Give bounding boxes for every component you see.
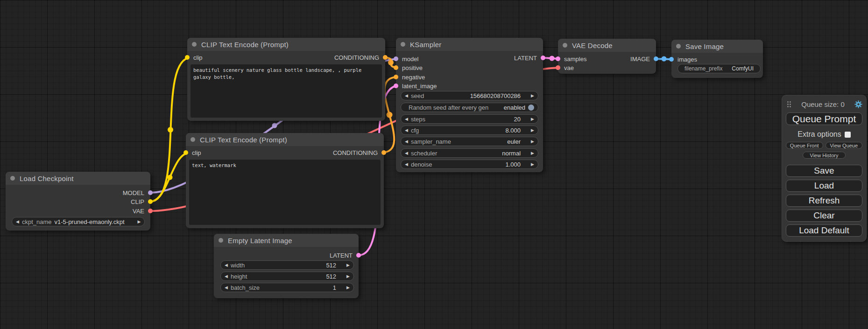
image-port-icon[interactable] <box>654 56 658 61</box>
denoise-widget[interactable]: ◀ denoise 1.000 ▶ <box>401 160 538 169</box>
model-port-icon[interactable] <box>394 56 398 61</box>
node-titlebar[interactable]: Load Checkpoint <box>6 172 150 185</box>
refresh-button[interactable]: Refresh <box>786 195 862 207</box>
latent-port-icon[interactable] <box>556 56 560 61</box>
collapse-dot-icon[interactable] <box>401 42 405 47</box>
node-titlebar[interactable]: Save Image <box>671 40 763 53</box>
decrement-arrow-icon[interactable]: ◀ <box>405 140 408 144</box>
seed-widget[interactable]: ◀ seed 156680208700286 ▶ <box>401 91 538 100</box>
settings-gear-icon[interactable] <box>854 100 862 108</box>
widget-label: Random seed after every gen <box>409 104 488 111</box>
increment-arrow-icon[interactable]: ▶ <box>346 274 350 279</box>
increment-arrow-icon[interactable]: ▶ <box>346 286 350 290</box>
prompt-text-input[interactable]: text, watermark <box>189 160 381 225</box>
width-widget[interactable]: ◀ width 512 ▶ <box>220 260 354 270</box>
clip-port-icon[interactable] <box>148 199 153 204</box>
decrement-arrow-icon[interactable]: ◀ <box>405 128 408 133</box>
collapse-dot-icon[interactable] <box>676 44 681 49</box>
ckpt-name-widget[interactable]: ◀ ckpt_name v1-5-pruned-emaonly.ckpt ▶ <box>12 217 145 226</box>
decrement-arrow-icon[interactable]: ◀ <box>405 117 408 121</box>
clip-port-icon[interactable] <box>183 150 188 155</box>
vae-port-icon[interactable] <box>148 209 153 213</box>
save-button[interactable]: Save <box>786 165 862 177</box>
increment-arrow-icon[interactable]: ▶ <box>138 220 141 224</box>
extra-options-checkbox[interactable] <box>845 132 851 138</box>
collapse-dot-icon[interactable] <box>563 43 567 48</box>
scheduler-widget[interactable]: ◀ scheduler normal ▶ <box>401 148 538 158</box>
queue-front-button[interactable]: Queue Front <box>786 142 823 149</box>
widget-value: enabled <box>504 104 525 111</box>
queue-size-label: Queue size: 0 <box>791 100 854 108</box>
conditioning-port-icon[interactable] <box>383 55 388 60</box>
filename-prefix-widget[interactable]: filename_prefix ComfyUI <box>677 64 761 73</box>
collapse-dot-icon[interactable] <box>219 238 223 243</box>
increment-arrow-icon[interactable]: ▶ <box>531 94 534 98</box>
sampler-name-widget[interactable]: ◀ sampler_name euler ▶ <box>401 137 538 146</box>
conditioning-port-icon[interactable] <box>394 65 398 70</box>
collapse-dot-icon[interactable] <box>10 176 15 181</box>
decrement-arrow-icon[interactable]: ◀ <box>225 263 228 267</box>
node-empty-latent-image[interactable]: Empty Latent Image LATENT ◀ width 512 ▶ … <box>214 234 359 298</box>
load-default-button[interactable]: Load Default <box>786 224 862 237</box>
clear-button[interactable]: Clear <box>786 210 862 222</box>
latent-port-icon[interactable] <box>541 56 545 60</box>
extra-options-label: Extra options <box>797 130 841 139</box>
clip-port-icon[interactable] <box>185 55 190 60</box>
node-clip-text-encode-positive[interactable]: CLIP Text Encode (Prompt) clip CONDITION… <box>187 38 385 121</box>
increment-arrow-icon[interactable]: ▶ <box>531 117 534 121</box>
link-dot-images <box>662 56 667 62</box>
widget-label: filename_prefix <box>685 65 722 72</box>
output-model: MODEL <box>123 189 153 197</box>
link-dot-negative <box>387 112 393 118</box>
node-save-image[interactable]: Save Image images filename_prefix ComfyU… <box>671 40 763 78</box>
node-canvas[interactable]: Load Checkpoint MODEL CLIP VAE ◀ ckpt_na… <box>0 0 868 329</box>
output-latent: LATENT <box>514 54 545 62</box>
collapse-dot-icon[interactable] <box>191 137 195 142</box>
node-clip-text-encode-negative[interactable]: CLIP Text Encode (Prompt) clip CONDITION… <box>186 133 384 228</box>
view-queue-button[interactable]: View Queue <box>826 142 863 149</box>
increment-arrow-icon[interactable]: ▶ <box>531 128 534 133</box>
drag-handle-icon[interactable] <box>787 101 791 108</box>
increment-arrow-icon[interactable]: ▶ <box>346 263 350 267</box>
batch-size-widget[interactable]: ◀ batch_size 1 ▶ <box>220 283 354 292</box>
view-history-button[interactable]: View History <box>803 152 846 159</box>
node-vae-decode[interactable]: VAE Decode samples vae IMAGE <box>558 39 656 74</box>
node-load-checkpoint[interactable]: Load Checkpoint MODEL CLIP VAE ◀ ckpt_na… <box>6 172 150 231</box>
prompt-text-input[interactable]: beautiful scenery nature glass bottle la… <box>191 64 382 118</box>
image-port-icon[interactable] <box>669 57 674 62</box>
node-titlebar[interactable]: Empty Latent Image <box>214 234 359 247</box>
decrement-arrow-icon[interactable]: ◀ <box>225 274 228 279</box>
conditioning-port-icon[interactable] <box>394 75 398 79</box>
queue-panel: Queue size: 0 Queue Prompt Extra options <box>782 95 867 242</box>
collapse-dot-icon[interactable] <box>192 42 197 47</box>
node-ksampler[interactable]: KSampler model positive negative latent_… <box>396 38 543 172</box>
link-dot-model <box>272 123 277 128</box>
decrement-arrow-icon[interactable]: ◀ <box>16 220 19 224</box>
conditioning-port-icon[interactable] <box>381 150 386 155</box>
model-port-icon[interactable] <box>148 190 153 195</box>
toggle-icon[interactable] <box>528 105 534 111</box>
vae-port-icon[interactable] <box>556 65 560 70</box>
latent-port-icon[interactable] <box>394 84 398 88</box>
cfg-widget[interactable]: ◀ cfg 8.000 ▶ <box>401 126 538 135</box>
increment-arrow-icon[interactable]: ▶ <box>531 151 534 155</box>
node-title: CLIP Text Encode (Prompt) <box>201 41 289 49</box>
queue-prompt-button[interactable]: Queue Prompt <box>786 112 862 125</box>
node-titlebar[interactable]: CLIP Text Encode (Prompt) <box>186 133 384 146</box>
decrement-arrow-icon[interactable]: ◀ <box>405 151 408 155</box>
increment-arrow-icon[interactable]: ▶ <box>531 162 534 167</box>
node-title: Save Image <box>685 42 724 50</box>
steps-widget[interactable]: ◀ steps 20 ▶ <box>401 114 538 124</box>
node-titlebar[interactable]: VAE Decode <box>558 39 656 52</box>
latent-port-icon[interactable] <box>356 253 361 258</box>
decrement-arrow-icon[interactable]: ◀ <box>405 162 408 167</box>
node-titlebar[interactable]: KSampler <box>396 38 543 51</box>
input-clip: clip <box>185 53 203 62</box>
decrement-arrow-icon[interactable]: ◀ <box>405 94 408 98</box>
height-widget[interactable]: ◀ height 512 ▶ <box>220 272 354 281</box>
increment-arrow-icon[interactable]: ▶ <box>531 140 534 144</box>
decrement-arrow-icon[interactable]: ◀ <box>225 286 228 290</box>
load-button[interactable]: Load <box>786 180 862 192</box>
node-titlebar[interactable]: CLIP Text Encode (Prompt) <box>187 38 385 51</box>
random-seed-toggle-widget[interactable]: Random seed after every gen enabled <box>401 103 538 112</box>
